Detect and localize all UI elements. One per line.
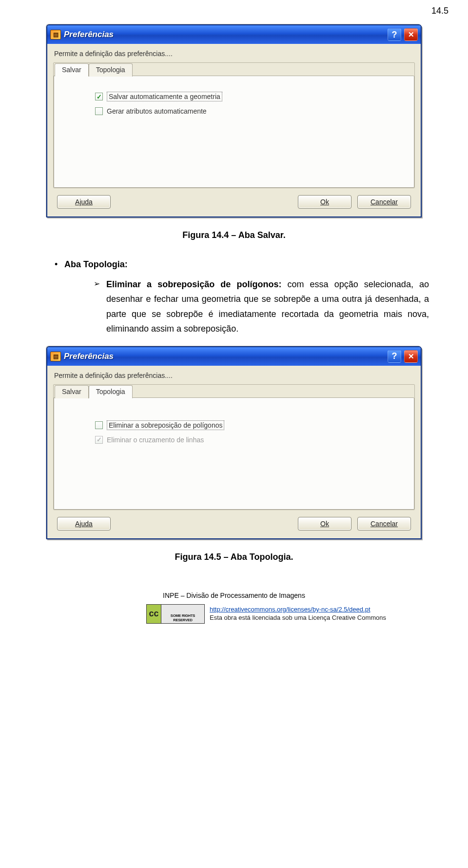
cc-badge-icon: cc [147,605,161,623]
tab-salvar[interactable]: Salvar [55,385,89,398]
cancel-button[interactable]: Cancelar [357,195,411,209]
checkbox-label-auto-save: Salvar automaticamente a geometria [107,92,222,101]
titlebar[interactable]: ▤ Preferências ? ✕ [47,25,421,44]
page-number: 14.5 [431,6,448,16]
ok-button-label: Ok [320,520,329,528]
checkbox-elim-poly[interactable] [95,421,103,429]
help-icon[interactable]: ? [388,28,401,41]
checkbox-auto-save[interactable] [95,93,103,100]
figure-caption-2: Figura 14.5 – Aba Topologia. [39,552,429,562]
bullet-aba-topologia: Aba Topologia: Eliminar a sobreposição d… [53,257,429,336]
app-icon: ▤ [50,352,61,361]
ok-button[interactable]: Ok [298,195,351,209]
cc-license-line: Esta obra está licenciada sob uma Licenç… [210,614,386,621]
titlebar[interactable]: ▤ Preferências ? ✕ [47,347,421,366]
checkbox-elim-lines [95,436,103,444]
tab-panel-topologia: Eliminar a sobreposição de polígonos Eli… [54,397,414,510]
checkbox-label-elim-poly: Eliminar a sobreposição de polígonos [107,420,224,430]
figure-caption-1: Figura 14.4 – Aba Salvar. [39,230,429,240]
chevron-item-eliminar-sobreposicao: Eliminar a sobreposição de polígonos: co… [94,277,429,336]
item-label: Eliminar a sobreposição de polígonos: [106,279,281,289]
cancel-button-label: Cancelar [370,520,398,528]
checkbox-label-elim-lines: Eliminar o cruzamento de linhas [107,436,204,444]
checkbox-auto-attr[interactable] [95,107,103,115]
window-title: Preferências [64,30,385,39]
checkbox-label-auto-attr: Gerar atributos automaticamente [107,107,207,115]
cancel-button-label: Cancelar [370,198,398,206]
cc-badge: cc SOME RIGHTS RESERVED [146,604,205,624]
help-button[interactable]: Ajuda [57,517,111,531]
window-title: Preferências [64,352,385,361]
preferences-dialog-topologia: ▤ Preferências ? ✕ Permite a definição d… [46,346,422,539]
help-button[interactable]: Ajuda [57,195,111,209]
close-icon[interactable]: ✕ [404,350,418,363]
tab-topologia[interactable]: Topologia [89,63,133,77]
help-icon[interactable]: ? [388,350,401,363]
footer-org: INPE – Divisão de Processamento de Image… [39,592,429,599]
help-button-label: Ajuda [75,520,93,528]
tab-panel-salvar: Salvar automaticamente a geometria Gerar… [54,76,414,188]
section-heading: Aba Topologia: [64,259,128,269]
dialog-description: Permite a definição das preferências.... [54,372,414,379]
cc-text: http://creativecommons.org/licenses/by-n… [210,606,386,622]
cancel-button[interactable]: Cancelar [357,517,411,531]
dialog-description: Permite a definição das preferências.... [54,50,414,58]
cc-badge-text: SOME RIGHTS RESERVED [161,605,204,623]
ok-button[interactable]: Ok [298,517,351,531]
close-icon[interactable]: ✕ [404,28,418,41]
tab-salvar[interactable]: Salvar [55,63,89,77]
ok-button-label: Ok [320,198,329,206]
bullet-list: Aba Topologia: Eliminar a sobreposição d… [53,257,429,336]
tab-topologia[interactable]: Topologia [89,385,133,398]
app-icon: ▤ [50,30,61,39]
preferences-dialog-salvar: ▤ Preferências ? ✕ Permite a definição d… [46,24,422,217]
cc-link[interactable]: http://creativecommons.org/licenses/by-n… [210,606,370,613]
help-button-label: Ajuda [75,198,93,206]
